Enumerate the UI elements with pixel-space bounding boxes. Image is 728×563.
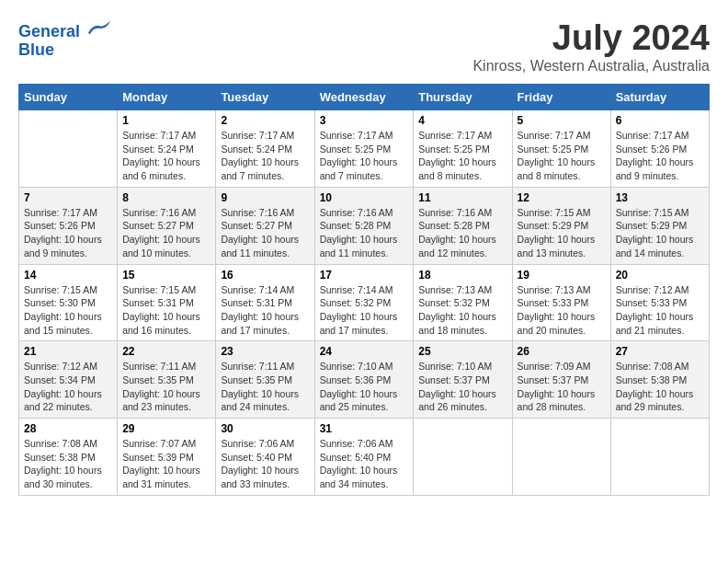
calendar-cell — [19, 110, 118, 188]
calendar-cell: 30Sunrise: 7:06 AM Sunset: 5:40 PM Dayli… — [216, 419, 314, 496]
day-info: Sunrise: 7:16 AM Sunset: 5:27 PM Dayligh… — [221, 206, 309, 260]
day-info: Sunrise: 7:17 AM Sunset: 5:24 PM Dayligh… — [221, 129, 309, 183]
header-row: SundayMondayTuesdayWednesdayThursdayFrid… — [19, 85, 710, 110]
calendar-cell: 24Sunrise: 7:10 AM Sunset: 5:36 PM Dayli… — [314, 341, 414, 419]
calendar-cell — [512, 419, 610, 496]
main-title: July 2024 — [472, 18, 710, 58]
week-row-1: 1Sunrise: 7:17 AM Sunset: 5:24 PM Daylig… — [19, 110, 710, 188]
day-info: Sunrise: 7:08 AM Sunset: 5:38 PM Dayligh… — [24, 437, 112, 491]
day-number: 21 — [24, 345, 112, 358]
logo-bird-icon — [86, 17, 112, 37]
week-row-3: 14Sunrise: 7:15 AM Sunset: 5:30 PM Dayli… — [19, 264, 710, 341]
day-info: Sunrise: 7:13 AM Sunset: 5:33 PM Dayligh… — [518, 283, 606, 338]
day-number: 3 — [320, 114, 409, 127]
day-info: Sunrise: 7:15 AM Sunset: 5:31 PM Dayligh… — [122, 283, 210, 338]
day-info: Sunrise: 7:10 AM Sunset: 5:37 PM Dayligh… — [418, 360, 506, 414]
day-info: Sunrise: 7:17 AM Sunset: 5:25 PM Dayligh… — [518, 129, 606, 183]
week-row-2: 7Sunrise: 7:17 AM Sunset: 5:26 PM Daylig… — [19, 187, 710, 264]
logo: General Blue — [18, 18, 112, 60]
day-info: Sunrise: 7:09 AM Sunset: 5:37 PM Dayligh… — [518, 360, 606, 414]
calendar-cell: 27Sunrise: 7:08 AM Sunset: 5:38 PM Dayli… — [610, 341, 709, 419]
day-number: 29 — [122, 422, 210, 435]
calendar-cell: 2Sunrise: 7:17 AM Sunset: 5:24 PM Daylig… — [216, 110, 314, 188]
day-number: 24 — [320, 345, 409, 358]
calendar-cell: 22Sunrise: 7:11 AM Sunset: 5:35 PM Dayli… — [118, 341, 216, 419]
day-number: 23 — [221, 345, 309, 358]
calendar-cell: 16Sunrise: 7:14 AM Sunset: 5:31 PM Dayli… — [216, 264, 314, 341]
day-number: 8 — [122, 191, 210, 204]
calendar-cell — [610, 419, 709, 496]
day-number: 19 — [518, 269, 606, 282]
calendar-cell: 28Sunrise: 7:08 AM Sunset: 5:38 PM Dayli… — [19, 419, 118, 496]
calendar-cell: 21Sunrise: 7:12 AM Sunset: 5:34 PM Dayli… — [19, 341, 118, 419]
day-info: Sunrise: 7:07 AM Sunset: 5:39 PM Dayligh… — [122, 437, 210, 491]
column-header-tuesday: Tuesday — [216, 85, 314, 110]
calendar-cell: 19Sunrise: 7:13 AM Sunset: 5:33 PM Dayli… — [512, 264, 610, 341]
calendar-cell: 25Sunrise: 7:10 AM Sunset: 5:37 PM Dayli… — [414, 341, 512, 419]
subtitle: Kinross, Western Australia, Australia — [472, 58, 710, 75]
week-row-5: 28Sunrise: 7:08 AM Sunset: 5:38 PM Dayli… — [19, 419, 710, 496]
day-number: 4 — [418, 114, 506, 127]
day-number: 7 — [24, 191, 112, 204]
calendar-cell: 18Sunrise: 7:13 AM Sunset: 5:32 PM Dayli… — [414, 264, 512, 341]
calendar-cell: 29Sunrise: 7:07 AM Sunset: 5:39 PM Dayli… — [118, 419, 216, 496]
calendar-cell: 12Sunrise: 7:15 AM Sunset: 5:29 PM Dayli… — [512, 187, 610, 264]
day-info: Sunrise: 7:16 AM Sunset: 5:27 PM Dayligh… — [122, 206, 210, 260]
day-info: Sunrise: 7:13 AM Sunset: 5:32 PM Dayligh… — [418, 283, 506, 338]
column-header-thursday: Thursday — [414, 85, 512, 110]
calendar-cell: 1Sunrise: 7:17 AM Sunset: 5:24 PM Daylig… — [118, 110, 216, 188]
logo-general: General — [18, 22, 80, 40]
day-number: 15 — [122, 269, 210, 282]
day-info: Sunrise: 7:17 AM Sunset: 5:25 PM Dayligh… — [320, 129, 409, 183]
column-header-wednesday: Wednesday — [314, 85, 414, 110]
column-header-friday: Friday — [512, 85, 610, 110]
day-info: Sunrise: 7:17 AM Sunset: 5:26 PM Dayligh… — [24, 206, 112, 260]
day-number: 10 — [320, 191, 409, 204]
day-number: 26 — [518, 345, 606, 358]
day-info: Sunrise: 7:15 AM Sunset: 5:29 PM Dayligh… — [616, 206, 704, 260]
calendar-cell: 17Sunrise: 7:14 AM Sunset: 5:32 PM Dayli… — [314, 264, 414, 341]
calendar-cell: 3Sunrise: 7:17 AM Sunset: 5:25 PM Daylig… — [314, 110, 414, 188]
day-info: Sunrise: 7:16 AM Sunset: 5:28 PM Dayligh… — [320, 206, 409, 260]
page-header: General Blue July 2024 Kinross, Western … — [18, 18, 710, 75]
day-number: 20 — [616, 269, 704, 282]
calendar-cell: 5Sunrise: 7:17 AM Sunset: 5:25 PM Daylig… — [512, 110, 610, 188]
calendar-cell: 9Sunrise: 7:16 AM Sunset: 5:27 PM Daylig… — [216, 187, 314, 264]
logo-blue: Blue — [18, 40, 54, 59]
column-header-saturday: Saturday — [610, 85, 709, 110]
day-number: 6 — [616, 114, 704, 127]
day-info: Sunrise: 7:12 AM Sunset: 5:33 PM Dayligh… — [616, 283, 704, 338]
day-info: Sunrise: 7:10 AM Sunset: 5:36 PM Dayligh… — [320, 360, 409, 414]
day-number: 27 — [616, 345, 704, 358]
day-number: 13 — [616, 191, 704, 204]
day-number: 16 — [221, 269, 309, 282]
calendar-cell: 10Sunrise: 7:16 AM Sunset: 5:28 PM Dayli… — [314, 187, 414, 264]
day-number: 25 — [418, 345, 506, 358]
day-number: 11 — [418, 191, 506, 204]
logo-text: General Blue — [18, 18, 112, 60]
day-number: 31 — [320, 422, 409, 435]
calendar-cell: 20Sunrise: 7:12 AM Sunset: 5:33 PM Dayli… — [610, 264, 709, 341]
day-info: Sunrise: 7:12 AM Sunset: 5:34 PM Dayligh… — [24, 360, 112, 414]
day-info: Sunrise: 7:14 AM Sunset: 5:31 PM Dayligh… — [221, 283, 309, 338]
day-number: 9 — [221, 191, 309, 204]
day-info: Sunrise: 7:14 AM Sunset: 5:32 PM Dayligh… — [320, 283, 409, 338]
day-info: Sunrise: 7:16 AM Sunset: 5:28 PM Dayligh… — [418, 206, 506, 260]
day-info: Sunrise: 7:17 AM Sunset: 5:24 PM Dayligh… — [122, 129, 210, 183]
calendar-cell: 6Sunrise: 7:17 AM Sunset: 5:26 PM Daylig… — [610, 110, 709, 188]
column-header-monday: Monday — [118, 85, 216, 110]
calendar-cell: 7Sunrise: 7:17 AM Sunset: 5:26 PM Daylig… — [19, 187, 118, 264]
day-info: Sunrise: 7:11 AM Sunset: 5:35 PM Dayligh… — [122, 360, 210, 414]
day-info: Sunrise: 7:15 AM Sunset: 5:29 PM Dayligh… — [518, 206, 606, 260]
day-info: Sunrise: 7:15 AM Sunset: 5:30 PM Dayligh… — [24, 283, 112, 338]
day-info: Sunrise: 7:08 AM Sunset: 5:38 PM Dayligh… — [616, 360, 704, 414]
calendar-table: SundayMondayTuesdayWednesdayThursdayFrid… — [18, 84, 710, 496]
day-info: Sunrise: 7:06 AM Sunset: 5:40 PM Dayligh… — [221, 437, 309, 491]
day-info: Sunrise: 7:11 AM Sunset: 5:35 PM Dayligh… — [221, 360, 309, 414]
calendar-cell: 23Sunrise: 7:11 AM Sunset: 5:35 PM Dayli… — [216, 341, 314, 419]
calendar-cell: 4Sunrise: 7:17 AM Sunset: 5:25 PM Daylig… — [414, 110, 512, 188]
day-number: 18 — [418, 269, 506, 282]
day-number: 14 — [24, 269, 112, 282]
calendar-cell: 8Sunrise: 7:16 AM Sunset: 5:27 PM Daylig… — [118, 187, 216, 264]
week-row-4: 21Sunrise: 7:12 AM Sunset: 5:34 PM Dayli… — [19, 341, 710, 419]
